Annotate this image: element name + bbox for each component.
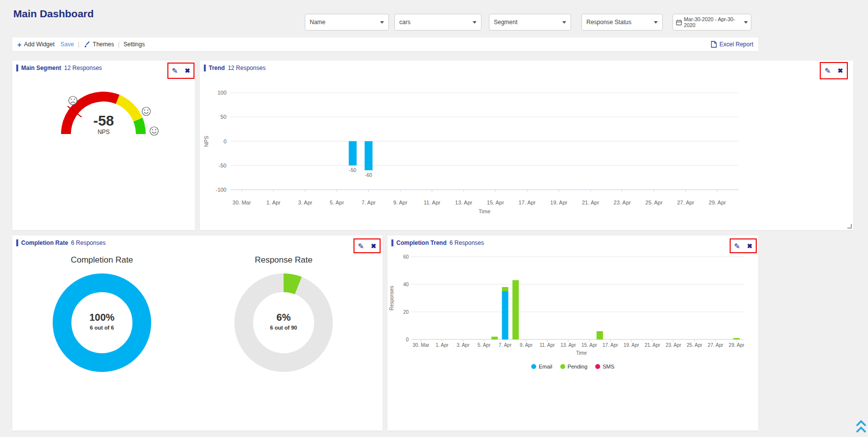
widget-response-count: 6 Responses [71, 239, 105, 246]
stacked-bar-segment[interactable] [502, 291, 508, 339]
excel-report-button[interactable]: Excel Report [711, 41, 753, 48]
edit-widget-icon[interactable]: ✎ [172, 67, 178, 74]
chevron-down-icon [380, 21, 384, 24]
y-axis-title: NPS [203, 136, 209, 147]
widget-header: Main Segment 12 Responses [16, 65, 102, 71]
stacked-bar-segment[interactable] [502, 287, 508, 291]
x-axis-tick-label: 11. Apr [540, 342, 555, 348]
x-axis-tick-label: 21. Apr [644, 342, 660, 348]
toolbar-divider: | [78, 41, 79, 48]
chevron-down-icon [744, 21, 748, 24]
stacked-bar-segment[interactable] [513, 280, 519, 339]
x-axis-tick-label: 19. Apr [623, 342, 639, 348]
bar-value-label: -50 [349, 168, 356, 173]
y-axis-tick-label: 40 [403, 282, 409, 287]
x-axis-tick-label: 7. Apr [361, 200, 376, 205]
x-axis-tick-label: 11. Apr [423, 200, 440, 205]
y-axis-title: Responses [389, 286, 394, 310]
chart-legend: EmailPendingSMS [387, 364, 758, 370]
remove-widget-icon[interactable]: ✖ [747, 243, 752, 249]
edit-widget-icon[interactable]: ✎ [358, 242, 364, 250]
trend-bar[interactable] [349, 141, 356, 166]
remove-widget-icon[interactable]: ✖ [837, 67, 843, 74]
y-axis-tick-label: 0 [406, 337, 409, 342]
edit-widget-icon[interactable]: ✎ [825, 67, 831, 74]
plus-icon: + [17, 41, 22, 48]
x-axis-tick-label: 25. Apr [687, 342, 703, 348]
completion-donut-center: 100% 6 out of 6 [53, 312, 151, 331]
edit-widget-icon[interactable]: ✎ [734, 242, 740, 250]
stacked-bar-segment[interactable] [491, 336, 498, 339]
chevron-down-icon [654, 21, 658, 24]
x-axis-tick-label: 21. Apr [582, 200, 599, 205]
legend-label: SMS [603, 364, 614, 370]
page-title: Main Dashboard [13, 8, 94, 20]
survey-filter-dropdown[interactable]: cars [394, 14, 482, 31]
y-axis-tick-label: 0 [224, 138, 226, 144]
response-status-filter-dropdown[interactable]: Response Status [581, 14, 663, 31]
y-axis-tick-label: -100 [216, 187, 226, 193]
x-axis-tick-label: 30. Mar [232, 200, 251, 205]
segment-filter-dropdown[interactable]: Segment [489, 14, 571, 31]
stacked-bar-segment[interactable] [733, 338, 739, 339]
dashboard-toolbar: + Add Widget Save | Themes | Settings Ex… [12, 37, 758, 51]
remove-widget-icon[interactable]: ✖ [185, 67, 190, 74]
gauge-value: -58 [12, 113, 195, 129]
scroll-to-top-button[interactable] [855, 419, 867, 437]
x-axis-tick-label: 23. Apr [666, 342, 681, 348]
remove-widget-icon[interactable]: ✖ [371, 243, 376, 249]
x-axis-tick-label: 1. Apr [436, 342, 449, 348]
x-axis-tick-label: 7. Apr [499, 342, 512, 348]
main-dashboard-page: Main Dashboard Name cars Segment Respons… [0, 0, 868, 437]
calendar-icon [676, 19, 682, 26]
stacked-bar-segment[interactable] [597, 331, 603, 339]
name-filter-dropdown[interactable]: Name [305, 14, 389, 31]
themes-button[interactable]: Themes [83, 41, 114, 48]
themes-label: Themes [93, 41, 114, 48]
response-status-filter-value: Response Status [586, 19, 631, 26]
y-axis-tick-label: 50 [221, 114, 226, 120]
x-axis-tick-label: 27. Apr [707, 342, 723, 348]
completion-trend-stacked-chart: 020406030. Mar1. Apr3. Apr5. Apr7. Apr9.… [387, 250, 758, 361]
widget-controls-highlighted: ✎ ✖ [730, 238, 757, 253]
widget-response-count: 12 Responses [64, 65, 102, 71]
trend-bar[interactable] [365, 141, 373, 170]
x-axis-tick-label: 15. Apr [487, 200, 504, 205]
x-axis-tick-label: 19. Apr [550, 200, 568, 205]
response-percent: 6% [234, 312, 333, 323]
widget-title: Completion Trend [396, 239, 447, 246]
widget-resize-handle[interactable] [847, 224, 852, 229]
widget-completion-rate: Completion Rate 6 Responses ✎ ✖ Completi… [12, 235, 383, 431]
completion-percent: 100% [53, 312, 151, 323]
legend-label: Pending [568, 364, 587, 370]
widget-accent-bar [16, 239, 18, 246]
legend-item-sms[interactable]: SMS [595, 364, 614, 370]
donut-charts [12, 250, 383, 428]
save-button[interactable]: Save [61, 41, 74, 48]
trend-bar-chart: 100500-50-10030. Mar1. Apr3. Apr5. Apr7.… [200, 75, 853, 230]
y-axis-tick-label: -50 [219, 163, 226, 168]
add-widget-button[interactable]: + Add Widget [17, 41, 55, 48]
date-range-picker[interactable]: Mar-30-2020 - Apr-30-2020 [673, 14, 751, 31]
legend-item-pending[interactable]: Pending [560, 364, 587, 370]
legend-item-email[interactable]: Email [531, 364, 552, 370]
x-axis-tick-label: 3. Apr [298, 200, 312, 205]
x-axis-tick-label: 29. Apr [729, 342, 744, 348]
legend-label: Email [539, 364, 552, 370]
completion-fraction: 6 out of 6 [53, 325, 151, 331]
widget-accent-bar [16, 65, 18, 71]
widget-header: Trend 12 Responses [204, 65, 265, 71]
legend-marker [531, 364, 536, 369]
x-axis-tick-label: 13. Apr [455, 200, 472, 205]
settings-button[interactable]: Settings [124, 41, 145, 48]
bar-value-label: -60 [365, 172, 372, 178]
widget-controls-highlighted: ✎ ✖ [354, 238, 381, 253]
x-axis-tick-label: 15. Apr [581, 342, 597, 348]
legend-marker [560, 364, 565, 369]
widget-title: Completion Rate [21, 239, 68, 246]
x-axis-tick-label: 9. Apr [520, 342, 533, 348]
x-axis-tick-label: 9. Apr [393, 200, 408, 205]
x-axis-tick-label: 23. Apr [613, 200, 631, 205]
widget-accent-bar [204, 65, 206, 71]
x-axis-tick-label: 13. Apr [560, 342, 576, 348]
